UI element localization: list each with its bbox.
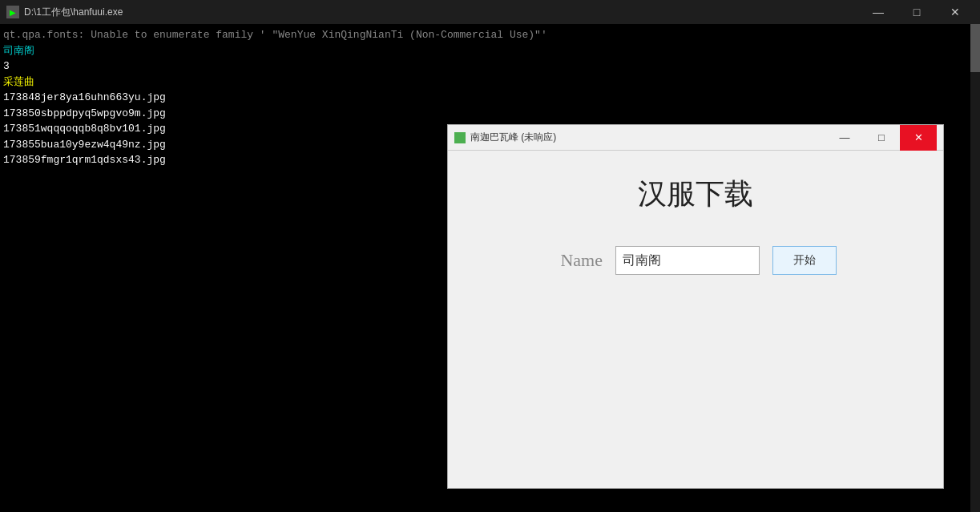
app-icon xyxy=(454,132,466,143)
app-maximize-button[interactable]: □ xyxy=(863,125,900,151)
terminal-minimize-button[interactable]: — xyxy=(860,0,897,24)
app-main-title: 汉服下载 xyxy=(638,175,753,214)
app-titlebar: 南迦巴瓦峰 (未响应) — □ ✕ xyxy=(448,125,943,151)
name-input[interactable] xyxy=(615,246,760,275)
app-close-button[interactable]: ✕ xyxy=(900,125,937,151)
app-form-row: Name 开始 xyxy=(555,246,837,275)
terminal-controls: — □ ✕ xyxy=(860,0,974,24)
app-window: 南迦巴瓦峰 (未响应) — □ ✕ 汉服下载 Name 开始 xyxy=(447,124,944,489)
name-label: Name xyxy=(555,250,603,271)
terminal-line: 173850sbppdpyq5wpgvo9m.jpg xyxy=(3,106,977,122)
terminal-line: 司南阁 xyxy=(3,43,977,59)
terminal-line: qt.qpa.fonts: Unable to enumerate family… xyxy=(3,27,977,43)
terminal-close-button[interactable]: ✕ xyxy=(937,0,974,24)
app-body: 汉服下载 Name 开始 xyxy=(448,151,943,488)
terminal-title: D:\1工作包\hanfuui.exe xyxy=(24,6,860,19)
terminal-line: 3 xyxy=(3,58,977,75)
app-minimize-button[interactable]: — xyxy=(826,125,863,151)
terminal-scrollbar[interactable] xyxy=(970,24,980,512)
app-title: 南迦巴瓦峰 (未响应) xyxy=(470,131,826,144)
terminal-line: 采莲曲 xyxy=(3,75,977,91)
app-controls: — □ ✕ xyxy=(826,125,937,151)
terminal-line: 173848jer8ya16uhn663yu.jpg xyxy=(3,90,977,106)
start-button[interactable]: 开始 xyxy=(772,246,837,275)
terminal-titlebar: ▶ D:\1工作包\hanfuui.exe — □ ✕ xyxy=(0,0,980,24)
terminal-maximize-button[interactable]: □ xyxy=(898,0,935,24)
terminal-icon: ▶ xyxy=(6,6,19,18)
terminal-scrollbar-thumb xyxy=(970,24,980,72)
